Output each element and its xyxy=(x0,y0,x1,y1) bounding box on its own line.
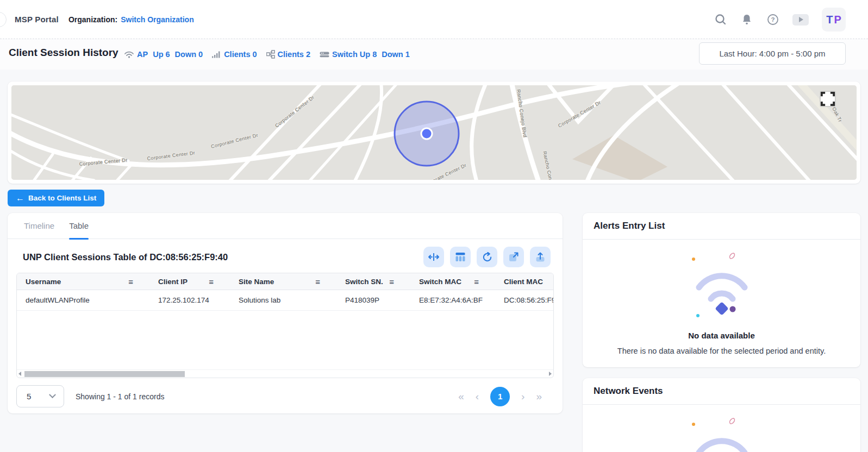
network-status-bar: AP Up 6 Down 0 Clients 0 Clients 2 Switc… xyxy=(124,50,419,59)
page-title: Client Session History xyxy=(9,47,118,59)
topology-icon xyxy=(266,50,275,59)
events-panel-title: Network Events xyxy=(583,378,860,405)
page: MSP Portal Organization:Switch Organizat… xyxy=(0,0,868,452)
page-size-value: 5 xyxy=(27,392,31,401)
search-icon[interactable] xyxy=(714,13,727,26)
no-data-title: No data available xyxy=(688,331,755,340)
status-wired-clients[interactable]: Clients 2 xyxy=(266,50,310,59)
sidebar-toggle-nub[interactable] xyxy=(0,12,7,27)
organization-row: Organization:Switch Organization xyxy=(68,15,194,24)
status-switch[interactable]: Switch Up 8 Down 1 xyxy=(320,50,410,59)
cell-username: defaultWLANProfile xyxy=(17,290,149,310)
back-to-clients-button[interactable]: ← Back to Clients List xyxy=(8,190,104,206)
notifications-bell-icon[interactable] xyxy=(740,13,753,26)
no-data-message: There is no data available for the selec… xyxy=(617,347,826,355)
navbar-actions: ? T P xyxy=(714,0,846,39)
no-data-wifi-icon xyxy=(678,247,765,329)
alerts-panel-title: Alerts Entry List xyxy=(583,213,860,240)
next-page-icon[interactable]: › xyxy=(521,391,524,401)
map-fullscreen-button[interactable] xyxy=(820,91,836,107)
table-title: UNP Client Sessions Table of DC:08:56:25… xyxy=(23,252,228,262)
brand-logo[interactable]: MSP Portal xyxy=(15,15,59,24)
cell-site-name: Solutions lab xyxy=(230,290,336,310)
video-tutorial-icon[interactable] xyxy=(792,14,809,26)
column-switch-sn: Switch SN. xyxy=(345,278,383,286)
prev-page-icon[interactable]: ‹ xyxy=(476,391,479,401)
table-toolbar xyxy=(423,247,551,267)
map-svg: Corporate Center Dr Corporate Center Dr … xyxy=(11,85,857,180)
pager: « ‹ 1 › » xyxy=(458,387,554,406)
tab-table[interactable]: Table xyxy=(69,213,89,239)
column-client-ip: Client IP xyxy=(158,278,188,286)
column-menu-icon[interactable]: ≡ xyxy=(209,277,214,286)
sessions-table: Username≡ Client IP≡ Site Name≡ Switch S… xyxy=(16,273,554,378)
columns-icon xyxy=(455,252,465,262)
horizontal-scrollbar xyxy=(17,369,553,378)
wifi-icon xyxy=(124,51,134,59)
column-username: Username xyxy=(26,278,61,286)
switch-icon xyxy=(320,51,329,58)
map-canvas[interactable]: Corporate Center Dr Corporate Center Dr … xyxy=(11,85,857,180)
back-button-label: Back to Clients List xyxy=(28,194,96,202)
chevron-down-icon xyxy=(49,391,56,398)
resize-columns-icon xyxy=(428,253,439,261)
scroll-right-icon[interactable] xyxy=(549,372,552,376)
help-icon[interactable]: ? xyxy=(766,13,779,26)
column-site-name: Site Name xyxy=(239,278,274,286)
cell-switch-mac: E8:E7:32:A4:6A:BF xyxy=(410,290,495,310)
avatar-initial-2: P xyxy=(834,14,841,26)
table-title-row: UNP Client Sessions Table of DC:08:56:25… xyxy=(8,239,563,273)
svg-text:?: ? xyxy=(771,16,775,23)
back-arrow-icon: ← xyxy=(16,194,24,203)
client-location-marker[interactable] xyxy=(395,102,459,166)
column-menu-icon[interactable]: ≡ xyxy=(474,277,479,286)
cell-client-mac: DC:08:56:25:F9:40 xyxy=(495,290,554,310)
top-navbar: MSP Portal Organization:Switch Organizat… xyxy=(0,0,868,39)
pagination-row: 5 Showing 1 - 1 of 1 records « ‹ 1 › » xyxy=(16,385,554,407)
resize-columns-button[interactable] xyxy=(423,247,444,267)
status-wireless-clients[interactable]: Clients 0 xyxy=(212,50,257,59)
refresh-button[interactable] xyxy=(477,247,497,267)
tab-timeline[interactable]: Timeline xyxy=(24,213,54,239)
events-empty-state xyxy=(583,405,860,452)
alerts-empty-state: No data available There is no data avail… xyxy=(583,240,860,355)
table-row[interactable]: defaultWLANProfile 172.25.102.174 Soluti… xyxy=(17,290,553,311)
organization-label: Organization: xyxy=(68,15,117,24)
sessions-card: Timeline Table UNP Client Sessions Table… xyxy=(8,213,563,413)
column-menu-icon[interactable]: ≡ xyxy=(315,277,320,286)
column-menu-icon[interactable]: ≡ xyxy=(389,277,394,286)
signal-bars-icon xyxy=(212,51,221,58)
table-header-row: Username≡ Client IP≡ Site Name≡ Switch S… xyxy=(17,273,553,290)
organization-link[interactable]: Switch Organization xyxy=(121,15,194,24)
column-client-mac: Client MAC xyxy=(504,278,543,286)
avatar-initial-1: T xyxy=(826,14,833,26)
first-page-icon[interactable]: « xyxy=(458,391,464,401)
view-tabs: Timeline Table xyxy=(8,213,563,239)
records-summary: Showing 1 - 1 of 1 records xyxy=(76,392,164,401)
cell-client-ip: 172.25.102.174 xyxy=(149,290,230,310)
alerts-entry-list-panel: Alerts Entry List No data available Ther… xyxy=(583,213,860,367)
column-menu-icon[interactable]: ≡ xyxy=(128,277,133,286)
status-ap[interactable]: AP Up 6 Down 0 xyxy=(124,50,203,59)
network-events-panel: Network Events xyxy=(583,378,860,452)
map-card: Corporate Center Dr Corporate Center Dr … xyxy=(8,81,860,184)
page-size-select[interactable]: 5 xyxy=(16,385,64,407)
open-external-button[interactable] xyxy=(503,247,524,267)
scrollbar-thumb[interactable] xyxy=(24,371,185,377)
user-avatar[interactable]: T P xyxy=(822,8,846,32)
open-external-icon xyxy=(509,252,519,262)
manage-columns-button[interactable] xyxy=(450,247,471,267)
table-empty-space xyxy=(17,311,553,369)
refresh-icon xyxy=(482,252,492,262)
export-button[interactable] xyxy=(530,247,551,267)
cell-switch-sn: P418039P xyxy=(336,290,410,310)
column-switch-mac: Switch MAC xyxy=(419,278,461,286)
export-icon xyxy=(535,252,545,262)
time-range-selector[interactable]: Last Hour: 4:00 pm - 5:00 pm xyxy=(699,42,846,65)
scroll-left-icon[interactable] xyxy=(18,372,21,376)
current-page-button[interactable]: 1 xyxy=(490,387,510,406)
last-page-icon[interactable]: » xyxy=(536,391,542,401)
page-header: Client Session History AP Up 6 Down 0 Cl… xyxy=(0,39,868,70)
no-data-wifi-icon xyxy=(678,412,765,452)
